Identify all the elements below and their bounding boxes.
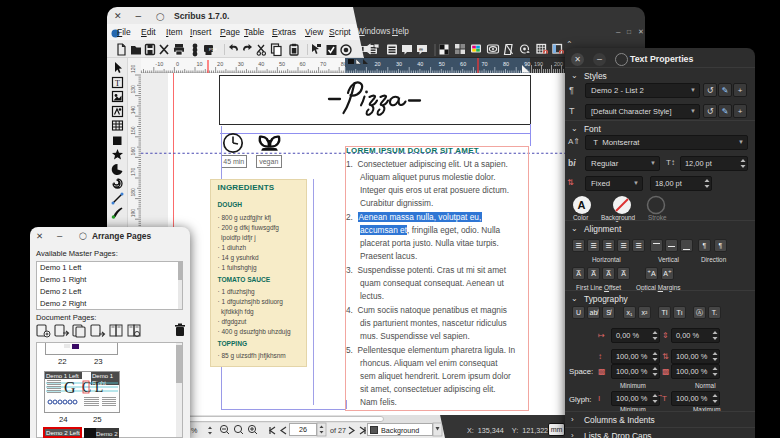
svg-text:140: 140: [130, 106, 136, 115]
svg-text:A: A: [578, 199, 586, 211]
svg-text:80: 80: [503, 61, 509, 67]
svg-text:30: 30: [396, 61, 402, 67]
svg-text:20: 20: [375, 61, 381, 67]
svg-text:∞: ∞: [419, 46, 423, 52]
svg-text:50: 50: [439, 61, 445, 67]
svg-text:PDF: PDF: [209, 47, 218, 52]
svg-text:120: 120: [130, 64, 136, 73]
svg-text:G: G: [64, 379, 76, 396]
svg-text:Demo 1: Demo 1: [92, 373, 114, 379]
svg-text:130: 130: [130, 85, 136, 94]
svg-text:160: 160: [130, 147, 136, 156]
svg-text:190: 190: [130, 209, 136, 218]
svg-text:60: 60: [460, 61, 466, 67]
svg-text:150: 150: [130, 126, 136, 135]
svg-text:40: 40: [417, 61, 423, 67]
svg-text:90: 90: [524, 61, 530, 67]
svg-text:180: 180: [130, 188, 136, 197]
svg-text:T: T: [115, 78, 120, 87]
svg-text:170: 170: [130, 167, 136, 176]
svg-text:70: 70: [482, 61, 488, 67]
